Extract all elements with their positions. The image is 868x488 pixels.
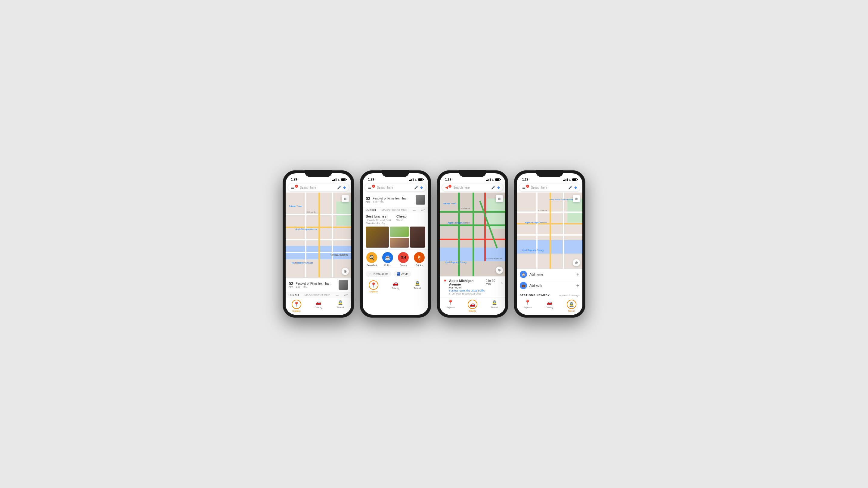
label-hyatt-3: Hyatt Regency Chicago [445, 261, 467, 263]
stations-title: STATIONS NEARBY [520, 294, 550, 297]
cat-coffee[interactable]: ☕ Coffee [380, 252, 395, 267]
battery-icon-1 [341, 178, 346, 181]
drinks-label: Drinks [416, 264, 423, 267]
best-title-2: Best lunches [366, 215, 395, 218]
search-bar-1[interactable]: ☰ 1 Search here 🎤 ◆ [288, 184, 349, 191]
location-btn-1[interactable]: ⊕ [342, 268, 349, 275]
traffic-road-6 [484, 193, 486, 261]
nav-icon-4[interactable]: ◆ [574, 185, 577, 190]
tab-explore-4[interactable]: 📍 Explore [517, 300, 539, 312]
breakfast-label: Breakfast [367, 264, 377, 267]
restaurants-link[interactable]: 🍴 Restaurants [366, 271, 391, 277]
event-card-1: 03 FEB Festival of Films from Iran Sat—T… [286, 278, 351, 292]
tab-transit-1[interactable]: 🚊 Transit [329, 300, 351, 312]
tab-explore-2[interactable]: 📍 Explore [363, 281, 385, 293]
search-input-2[interactable]: Search here [377, 186, 412, 189]
transit-label-2: Transit [414, 287, 421, 289]
dinner-circle: 🍽 [398, 252, 409, 263]
search-input-4[interactable]: Search here [531, 186, 566, 189]
layers-btn-4[interactable]: ⊞ [573, 195, 580, 202]
label-chicago: Chicago Riverwalk [331, 254, 348, 257]
nav-icon-1[interactable]: ◆ [343, 185, 346, 190]
atm-link[interactable]: 🏧 ATMs [394, 271, 411, 277]
nav-icon-3[interactable]: ◆ [497, 185, 500, 190]
road-v3 [332, 193, 333, 278]
tab-driving-1[interactable]: 🚗 Driving [308, 300, 330, 312]
mic-icon-1[interactable]: 🎤 [337, 186, 341, 190]
transit-icon-1: 🚊 [337, 300, 343, 305]
menu-icon-1[interactable]: ☰ [291, 185, 294, 190]
tab-explore-1[interactable]: 📍 Explore [286, 300, 308, 312]
tab-driving-2[interactable]: 🚗 Driving [385, 281, 407, 293]
search-input-3[interactable]: Search here [453, 186, 489, 189]
best-sub-2: Howells & Hood, Yolk Streeterville, Gy..… [366, 219, 395, 225]
map-area-3: E Illinois St Tribune Tower Apple Michig… [440, 193, 505, 276]
transit-icon-4: 🚊 [568, 301, 575, 307]
event-thumb-2 [416, 195, 425, 204]
layers-btn-1[interactable]: ⊞ [342, 195, 349, 202]
lunch-sub-1: MAGNIFICENT MILE [305, 294, 330, 297]
road-v2 [318, 193, 320, 278]
label-hyatt-4: Hyatt Regency Chicago [522, 249, 544, 251]
food-photos-2 [366, 227, 425, 248]
tab-explore-3[interactable]: 📍 Explore [440, 300, 462, 312]
phones-container: 1:29 ▲ ☰ 1 Search [271, 158, 597, 330]
cat-drinks[interactable]: 🍹 Drinks [412, 252, 427, 267]
road-v1 [305, 193, 306, 278]
toggle-2[interactable]: ▬ [413, 208, 416, 212]
tab-driving-4[interactable]: 🚗 Driving [539, 300, 561, 312]
search-bar-2[interactable]: ☰ 1 Search here 🎤 ◆ [365, 184, 426, 191]
scroll-content-2[interactable]: 03 FEB Festival of Films from Iran Sat—T… [363, 193, 428, 315]
coffee-circle: ☕ [382, 252, 393, 263]
add-home-plus[interactable]: + [576, 271, 579, 278]
add-home-item[interactable]: 🏠 Add home + [517, 269, 582, 280]
nav-icon-2[interactable]: ◆ [420, 185, 423, 190]
drinks-circle: 🍹 [414, 252, 425, 263]
signal-bar-1 [332, 180, 333, 181]
status-icons-4: ▲ [563, 178, 577, 181]
event-sub-2: Sat—Thu [373, 200, 413, 203]
battery-icon-3 [495, 178, 500, 181]
mic-icon-2[interactable]: 🎤 [414, 186, 418, 190]
driving-icon-2: 🚗 [393, 281, 399, 286]
search-bar-4[interactable]: ☰ 1 Search here 🎤 ◆ [519, 184, 580, 191]
toggle-1[interactable]: ▬ [336, 294, 339, 297]
bottom-panel-1: 03 FEB Festival of Films from Iran Sat—T… [286, 278, 351, 315]
signal-bar-3 [334, 179, 335, 181]
transit-icon-2: 🚊 [414, 281, 421, 286]
driving-label-2: Driving [392, 287, 399, 289]
tab-transit-2[interactable]: 🚊 Transit [406, 281, 428, 293]
mic-icon-3[interactable]: 🎤 [491, 186, 495, 190]
food-photo-1 [366, 227, 389, 248]
back-btn-3[interactable]: ◀ [445, 185, 448, 190]
cheap-sub-2: West... [396, 219, 425, 222]
location-btn-3[interactable]: ⊕ [496, 267, 503, 274]
location-btn-4[interactable]: ⊕ [573, 259, 580, 266]
notification-dot-3: 1 [448, 185, 452, 188]
add-work-item[interactable]: 💼 Add work + [517, 280, 582, 291]
layers-btn-3[interactable]: ⊞ [496, 195, 503, 202]
cat-dinner[interactable]: 🍽 Dinner [396, 252, 411, 267]
battery-fill-4 [572, 179, 576, 181]
traffic-road-5 [472, 193, 474, 276]
signal-bars-2 [409, 178, 413, 181]
map-bg-1: E Illinois St Tribune Tower Apple Michig… [286, 193, 351, 278]
phone-4: 1:29 ▲ ☰ 1 Search here [514, 170, 585, 318]
map-area-4: E Illinois St Divvy Station: Cityfront P… [517, 193, 582, 269]
park-4 [567, 199, 582, 223]
add-work-plus[interactable]: + [576, 283, 579, 289]
tab-transit-3[interactable]: 🚊 Transit [483, 300, 505, 312]
cat-breakfast[interactable]: 🍳 Breakfast [365, 252, 379, 267]
signal-bars-4 [563, 178, 568, 181]
mic-icon-4[interactable]: 🎤 [568, 186, 572, 190]
menu-icon-4[interactable]: ☰ [522, 185, 526, 190]
map-bg-3: E Illinois St Tribune Tower Apple Michig… [440, 193, 505, 276]
driving-label-3: Driving [469, 310, 476, 312]
menu-icon-2[interactable]: ☰ [368, 185, 371, 190]
lunch-header-1: LUNCH MAGNIFICENT MILE ▬ 45° [286, 292, 351, 298]
tab-transit-4[interactable]: 🚊 Transit [560, 300, 582, 312]
tab-driving-3[interactable]: 🚗 Driving [462, 300, 484, 312]
search-bar-3[interactable]: ◀ 1 Search here 🎤 ◆ [442, 184, 503, 191]
event-title-1: Festival of Films from Iran [296, 282, 336, 285]
search-input-1[interactable]: Search here [300, 186, 335, 189]
